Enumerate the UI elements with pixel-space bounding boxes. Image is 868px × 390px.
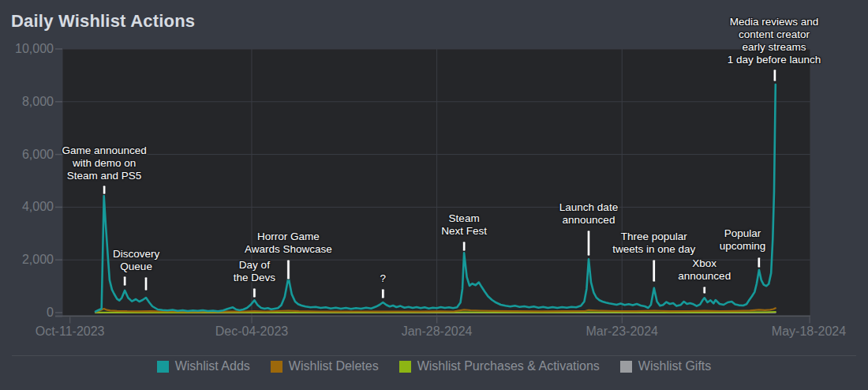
x-axis-tick xyxy=(622,317,623,324)
x-axis-label: Mar-23-2024 xyxy=(574,324,669,339)
annotation-marker xyxy=(253,288,256,298)
legend-item-wishlist-purchases-activations[interactable]: Wishlist Purchases & Activations xyxy=(399,359,600,373)
annotation-label: Three populartweets in one day xyxy=(612,231,695,256)
x-axis-label: Jan-28-2024 xyxy=(390,324,485,339)
annotation-marker xyxy=(462,242,466,251)
annotation-marker xyxy=(703,287,706,294)
legend-label: Wishlist Adds xyxy=(175,359,250,373)
annotation-label: Popularupcoming xyxy=(720,227,766,253)
y-axis-tick xyxy=(55,101,62,103)
annotation-label: Xboxannounced xyxy=(678,257,731,283)
annotation-label: Launch dateannounced xyxy=(559,201,618,227)
annotation-marker xyxy=(103,186,106,194)
x-axis-label: May-18-2024 xyxy=(761,324,856,339)
y-axis-tick xyxy=(55,312,62,313)
legend-item-wishlist-adds[interactable]: Wishlist Adds xyxy=(157,359,250,373)
legend-swatch xyxy=(620,361,632,373)
legend-item-wishlist-deletes[interactable]: Wishlist Deletes xyxy=(271,359,379,373)
v-gridline xyxy=(436,49,437,317)
annotation-label: Horror GameAwards Showcase xyxy=(245,231,332,256)
x-axis-label: Oct-11-2023 xyxy=(23,324,118,339)
legend-label: Wishlist Purchases & Activations xyxy=(417,359,600,373)
legend-swatch xyxy=(399,361,411,373)
annotation-marker xyxy=(758,257,761,268)
x-axis-line xyxy=(55,316,810,317)
legend-label: Wishlist Deletes xyxy=(289,359,379,373)
annotation-marker xyxy=(773,69,776,81)
x-axis-tick xyxy=(810,317,810,324)
annotation-marker xyxy=(144,277,148,291)
h-gridline xyxy=(62,49,810,50)
annotation-label: SteamNext Fest xyxy=(441,212,487,238)
y-axis-label: 10,000 xyxy=(0,42,54,56)
x-axis-tick xyxy=(69,317,70,324)
h-gridline xyxy=(62,207,810,208)
annotation-label: DiscoveryQueue xyxy=(113,248,159,273)
legend-swatch xyxy=(157,361,169,373)
x-axis-tick xyxy=(251,317,252,324)
y-axis-label: 0 xyxy=(0,306,54,320)
annotation-marker xyxy=(123,276,126,286)
annotation-label: ? xyxy=(380,272,387,285)
y-axis-tick xyxy=(55,207,62,208)
annotation-label: Game announcedwith demo onSteam and PS5 xyxy=(62,144,146,182)
chart-legend: Wishlist AddsWishlist DeletesWishlist Pu… xyxy=(0,359,868,373)
y-axis-tick xyxy=(55,48,62,50)
h-gridline xyxy=(62,154,810,155)
x-axis-tick xyxy=(436,317,437,324)
v-gridline xyxy=(622,49,623,317)
legend-label: Wishlist Gifts xyxy=(638,359,711,373)
legend-divider xyxy=(12,355,856,356)
annotation-label: Day ofthe Devs xyxy=(234,259,275,284)
annotation-marker xyxy=(382,289,385,298)
annotation-marker xyxy=(287,260,290,279)
y-axis-label: 6,000 xyxy=(0,148,54,162)
v-gridline xyxy=(62,49,63,317)
annotation-marker xyxy=(587,231,590,256)
annotation-label: Media reviews andcontent creatorearly st… xyxy=(728,16,821,66)
legend-item-wishlist-gifts[interactable]: Wishlist Gifts xyxy=(620,359,711,373)
h-gridline xyxy=(62,101,810,102)
y-axis-label: 4,000 xyxy=(0,200,54,214)
v-gridline xyxy=(810,49,811,317)
y-axis-label: 8,000 xyxy=(0,95,54,109)
y-axis-tick xyxy=(55,259,62,261)
y-axis-label: 2,000 xyxy=(0,253,54,267)
x-axis-label: Dec-04-2023 xyxy=(204,324,299,339)
daily-wishlist-actions-panel: Daily Wishlist Actions 02,0004,0006,0008… xyxy=(0,0,868,390)
annotation-marker xyxy=(653,260,656,282)
legend-swatch xyxy=(271,361,282,373)
